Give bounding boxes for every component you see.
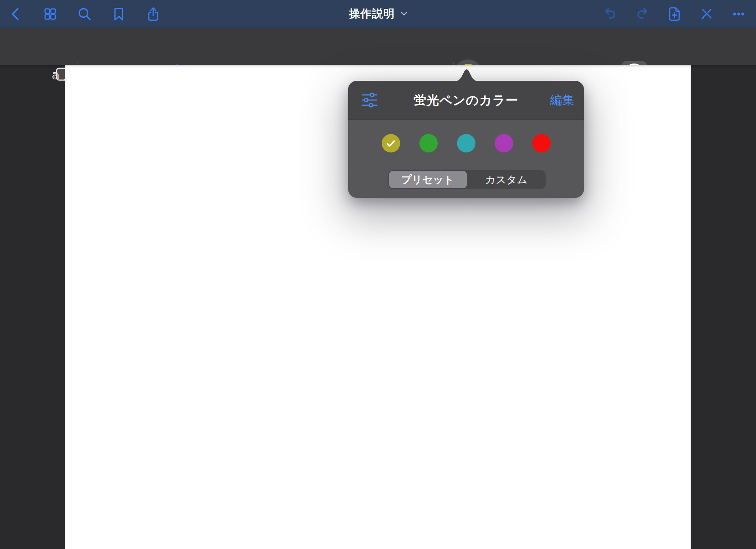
topbar-left-group	[8, 0, 161, 28]
search-icon	[77, 6, 92, 22]
share-button[interactable]	[145, 6, 161, 22]
segment-custom[interactable]: カスタム	[467, 170, 546, 189]
top-navigation-bar: 操作説明	[0, 0, 756, 28]
swatch-red[interactable]	[532, 134, 551, 152]
redo-button[interactable]	[634, 6, 650, 22]
undo-icon	[602, 6, 618, 22]
bookmark-icon	[111, 6, 126, 22]
swatch-green[interactable]	[419, 134, 438, 152]
checkmark-icon	[386, 140, 395, 147]
page-title[interactable]: 操作説明	[349, 6, 395, 21]
topbar-right-group	[602, 0, 747, 28]
search-button[interactable]	[76, 6, 93, 22]
svg-text:a: a	[52, 68, 59, 82]
swatch-yellow-selected[interactable]	[382, 134, 400, 152]
swatch-teal[interactable]	[457, 134, 475, 152]
add-page-icon	[666, 6, 683, 23]
undo-button[interactable]	[602, 6, 618, 22]
sliders-icon	[361, 92, 378, 109]
add-page-button[interactable]	[666, 6, 683, 22]
pen-mode-toggle-button[interactable]	[698, 6, 715, 22]
share-icon	[145, 6, 161, 22]
title-chevron-down-icon	[401, 12, 407, 16]
back-chevron-icon	[8, 7, 23, 21]
back-button[interactable]	[8, 6, 24, 22]
thumbnails-button[interactable]	[42, 6, 58, 22]
crossed-pen-icon	[699, 6, 714, 22]
bookmark-button[interactable]	[111, 6, 127, 22]
ellipsis-icon	[731, 6, 746, 22]
tool-bar: a	[0, 28, 756, 65]
popover-arrow	[455, 68, 478, 81]
grid-icon	[43, 7, 58, 21]
popover-header	[348, 81, 584, 120]
edit-colors-button[interactable]: 編集	[550, 81, 574, 120]
stroke-settings-button[interactable]	[361, 92, 378, 109]
redo-icon	[635, 6, 650, 22]
segment-preset[interactable]: プリセット	[388, 170, 467, 189]
more-button[interactable]	[731, 6, 747, 22]
preset-custom-segmented-control: プリセット カスタム	[388, 170, 546, 189]
color-swatch-row	[348, 134, 584, 152]
highlighter-color-popover: 蛍光ペンのカラー 編集 プリセット カスタム	[348, 81, 584, 198]
swatch-purple[interactable]	[495, 134, 513, 152]
